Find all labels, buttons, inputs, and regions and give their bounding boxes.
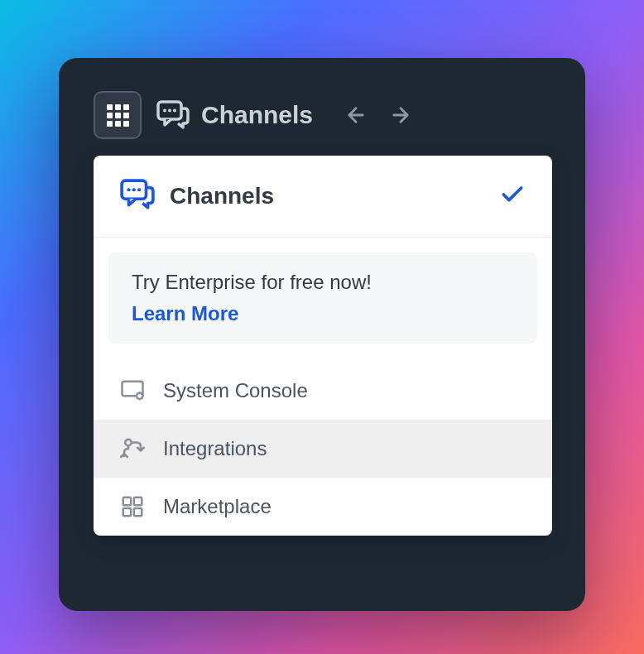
app-window: Channels bbox=[59, 58, 585, 611]
svg-rect-12 bbox=[134, 498, 142, 505]
header-title: Channels bbox=[201, 101, 313, 129]
menu-item-system-console[interactable]: System Console bbox=[94, 362, 552, 420]
svg-rect-13 bbox=[123, 508, 131, 516]
menu-item-label: Marketplace bbox=[163, 495, 272, 518]
top-bar: Channels bbox=[59, 58, 585, 147]
svg-point-1 bbox=[163, 109, 166, 113]
dropdown-selected-label: Channels bbox=[170, 183, 499, 209]
chat-icon bbox=[120, 179, 155, 214]
menu-item-label: System Console bbox=[163, 379, 308, 402]
system-console-icon bbox=[120, 378, 145, 403]
check-icon bbox=[499, 181, 526, 211]
grid-icon bbox=[107, 104, 129, 127]
svg-point-6 bbox=[132, 188, 136, 191]
dropdown-selected-item[interactable]: Channels bbox=[94, 156, 552, 238]
svg-point-7 bbox=[137, 188, 141, 191]
chat-icon bbox=[156, 100, 190, 130]
integrations-icon bbox=[120, 436, 145, 461]
svg-point-10 bbox=[125, 440, 132, 446]
svg-point-5 bbox=[127, 188, 130, 191]
back-button[interactable] bbox=[344, 103, 368, 127]
marketplace-icon bbox=[120, 494, 145, 519]
svg-point-3 bbox=[173, 109, 176, 113]
menu-item-marketplace[interactable]: Marketplace bbox=[94, 478, 552, 536]
apps-grid-button[interactable] bbox=[94, 91, 142, 139]
promo-title: Try Enterprise for free now! bbox=[132, 271, 514, 294]
forward-button[interactable] bbox=[389, 103, 412, 127]
svg-rect-14 bbox=[134, 508, 142, 516]
menu-item-integrations[interactable]: Integrations bbox=[94, 420, 552, 478]
promo-learn-more-link[interactable]: Learn More bbox=[132, 302, 514, 325]
menu-item-label: Integrations bbox=[163, 437, 267, 460]
svg-point-2 bbox=[168, 109, 171, 113]
channels-header[interactable]: Channels bbox=[156, 100, 313, 130]
product-switcher-dropdown: Channels Try Enterprise for free now! Le… bbox=[94, 156, 552, 536]
svg-rect-11 bbox=[123, 498, 131, 505]
nav-arrows bbox=[344, 103, 412, 127]
enterprise-promo-card: Try Enterprise for free now! Learn More bbox=[108, 252, 537, 344]
